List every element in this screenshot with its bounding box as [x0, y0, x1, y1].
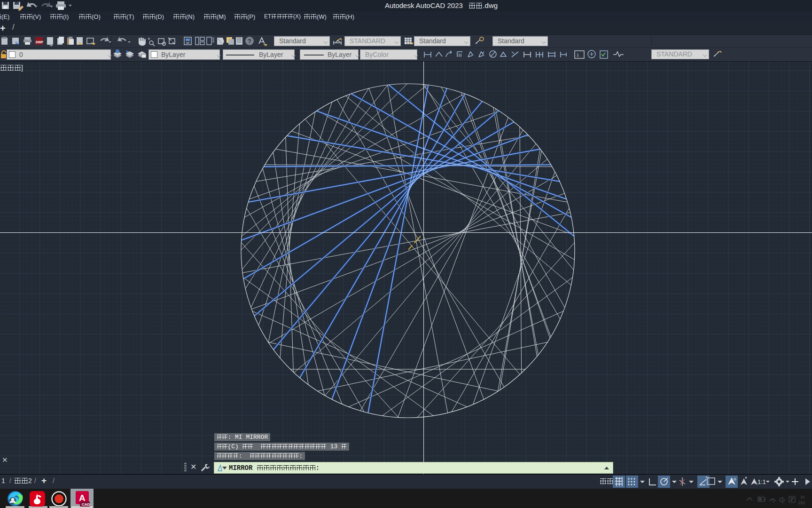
svg-text:202: 202 [798, 500, 805, 505]
svg-text:10: 10 [800, 495, 805, 500]
svg-text:DWF: DWF [36, 40, 44, 44]
svg-text:+: + [148, 36, 150, 41]
svg-text:CAD: CAD [82, 502, 90, 507]
svg-text:A: A [79, 493, 86, 503]
svg-text:?: ? [248, 38, 251, 45]
svg-text:1: 1 [577, 53, 579, 57]
svg-text:1:1: 1:1 [757, 478, 766, 485]
